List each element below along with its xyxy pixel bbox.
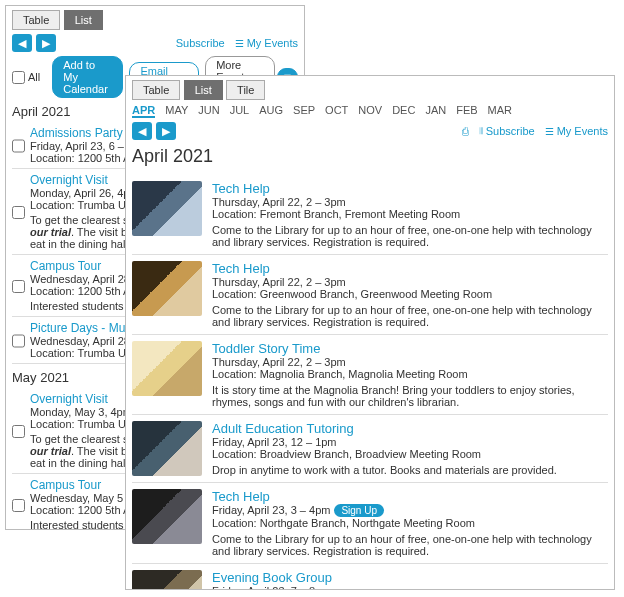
event-when: Wednesday, April 28 – (30, 335, 139, 347)
event-row: Adult Education TutoringFriday, April 23… (132, 415, 608, 483)
back-tabs: Table List (12, 10, 298, 30)
tab-table[interactable]: Table (132, 80, 180, 100)
event-desc: Come to the Library for up to an hour of… (212, 224, 608, 248)
event-thumbnail[interactable] (132, 261, 202, 316)
add-calendar-button[interactable]: Add to My Calendar (52, 56, 123, 98)
tab-list[interactable]: List (64, 10, 103, 30)
event-row: Tech HelpThursday, April 22, 2 – 3pmLoca… (132, 255, 608, 335)
list-icon: ☰ (235, 38, 244, 49)
my-events-link[interactable]: ☰My Events (235, 37, 298, 49)
event-title[interactable]: Tech Help (212, 181, 608, 196)
all-label: All (28, 71, 40, 83)
event-when: Thursday, April 22, 2 – 3pm (212, 356, 608, 368)
event-location: Location: Northgate Branch, Northgate Me… (212, 517, 608, 529)
print-icon[interactable]: ⎙ (462, 125, 469, 137)
page-title: April 2021 (132, 146, 608, 167)
front-tabs: Table List Tile (132, 80, 608, 100)
event-checkbox[interactable] (12, 394, 25, 469)
event-thumbnail[interactable] (132, 181, 202, 236)
month-tab[interactable]: AUG (259, 104, 283, 118)
month-tab[interactable]: MAY (165, 104, 188, 118)
event-thumbnail[interactable] (132, 489, 202, 544)
tab-tile[interactable]: Tile (226, 80, 265, 100)
all-checkbox[interactable] (12, 71, 25, 84)
month-tab[interactable]: JUN (198, 104, 219, 118)
month-tab[interactable]: JUL (230, 104, 250, 118)
rss-icon: ⫴ (479, 125, 483, 137)
month-tab[interactable]: DEC (392, 104, 415, 118)
event-desc: Come to the Library for up to an hour of… (212, 533, 608, 557)
event-location: Location: Greenwood Branch, Greenwood Me… (212, 288, 608, 300)
next-button[interactable]: ▶ (36, 34, 56, 52)
event-location: Location: Trumba Uni (30, 347, 139, 359)
event-thumbnail[interactable] (132, 570, 202, 590)
event-when: Friday, April 23, 3 – 4pmSign Up (212, 504, 608, 517)
month-tab[interactable]: NOV (358, 104, 382, 118)
event-desc: It is story time at the Magnolia Branch!… (212, 384, 608, 408)
subscribe-link[interactable]: Subscribe (176, 37, 225, 49)
event-thumbnail[interactable] (132, 421, 202, 476)
front-panel: Table List Tile APRMAYJUNJULAUGSEPOCTNOV… (125, 75, 615, 590)
subscribe-link[interactable]: ⫴Subscribe (479, 125, 535, 137)
event-row: Tech HelpFriday, April 23, 3 – 4pmSign U… (132, 483, 608, 564)
event-checkbox[interactable] (12, 128, 25, 164)
back-toolbar: ◀ ▶ Subscribe ☰My Events (12, 34, 298, 52)
event-when: Friday, April 23, 12 – 1pm (212, 436, 608, 448)
event-desc: Come to the Library for up to an hour of… (212, 304, 608, 328)
event-location: Location: Fremont Branch, Fremont Meetin… (212, 208, 608, 220)
event-title[interactable]: Tech Help (212, 261, 608, 276)
front-toolbar: ◀ ▶ ⎙ ⫴Subscribe ☰My Events (132, 122, 608, 140)
month-tab[interactable]: MAR (488, 104, 512, 118)
event-title[interactable]: Evening Book Group (212, 570, 608, 585)
month-tab[interactable]: JAN (425, 104, 446, 118)
event-title[interactable]: Toddler Story Time (212, 341, 608, 356)
tab-table[interactable]: Table (12, 10, 60, 30)
event-thumbnail[interactable] (132, 341, 202, 396)
event-checkbox[interactable] (12, 480, 25, 530)
event-checkbox[interactable] (12, 261, 25, 312)
all-checkbox-wrap[interactable]: All (12, 71, 40, 84)
month-tab[interactable]: APR (132, 104, 155, 118)
event-title[interactable]: Tech Help (212, 489, 608, 504)
event-location: Location: Magnolia Branch, Magnolia Meet… (212, 368, 608, 380)
prev-button[interactable]: ◀ (132, 122, 152, 140)
list-icon: ☰ (545, 126, 554, 137)
event-title[interactable]: Picture Days - Mu (30, 321, 139, 335)
event-checkbox[interactable] (12, 175, 25, 250)
event-row: Tech HelpThursday, April 22, 2 – 3pmLoca… (132, 175, 608, 255)
month-tab[interactable]: FEB (456, 104, 477, 118)
month-tab[interactable]: SEP (293, 104, 315, 118)
event-checkbox[interactable] (12, 323, 25, 359)
signup-button[interactable]: Sign Up (334, 504, 384, 517)
event-when: Thursday, April 22, 2 – 3pm (212, 196, 608, 208)
my-events-link[interactable]: ☰My Events (545, 125, 608, 137)
prev-button[interactable]: ◀ (12, 34, 32, 52)
event-desc: Drop in anytime to work with a tutor. Bo… (212, 464, 608, 476)
event-row: Evening Book GroupFriday, April 23, 7 – … (132, 564, 608, 590)
event-row: Toddler Story TimeThursday, April 22, 2 … (132, 335, 608, 415)
event-title[interactable]: Adult Education Tutoring (212, 421, 608, 436)
tab-list[interactable]: List (184, 80, 223, 100)
event-when: Friday, April 23, 7 – 8pm (212, 585, 608, 590)
event-location: Location: Broadview Branch, Broadview Me… (212, 448, 608, 460)
month-bar: APRMAYJUNJULAUGSEPOCTNOVDECJANFEBMAR (132, 104, 608, 118)
month-tab[interactable]: OCT (325, 104, 348, 118)
next-button[interactable]: ▶ (156, 122, 176, 140)
event-when: Thursday, April 22, 2 – 3pm (212, 276, 608, 288)
